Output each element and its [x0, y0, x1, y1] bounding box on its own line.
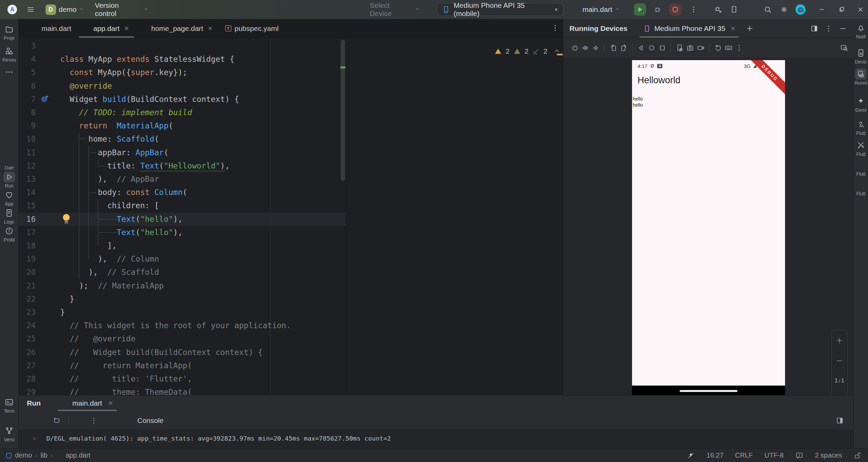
line-number[interactable]: 29	[19, 386, 36, 395]
stripe-item-running-devices[interactable]: Runni	[854, 69, 868, 86]
line-number[interactable]: 5	[19, 66, 36, 79]
phone-display[interactable]: 4:17 A 3G DEBUG Helloworld hello hello	[632, 60, 785, 386]
stripe-item-resource-manager[interactable]: Resou	[0, 46, 18, 63]
line-number[interactable]: 8	[19, 106, 36, 119]
breadcrumb-item[interactable]: lib	[40, 451, 47, 459]
debug-button[interactable]	[653, 5, 662, 14]
line-number[interactable]: 12	[19, 159, 36, 173]
window-maximize-button[interactable]	[834, 2, 849, 17]
device-dev-set-button[interactable]	[676, 44, 684, 52]
line-separator[interactable]: CRLF	[735, 451, 753, 459]
intention-bulb-icon[interactable]	[62, 214, 70, 224]
file-writable-icon[interactable]	[854, 451, 862, 460]
device-record-button[interactable]	[697, 44, 705, 52]
run-more-actions-icon[interactable]	[690, 5, 698, 14]
device-zoom-mode-icon[interactable]	[840, 44, 848, 52]
line-number[interactable]: 11	[19, 146, 36, 159]
line-number[interactable]: 16	[19, 213, 36, 226]
editor-tab-home_page.dart[interactable]: home_page.dart✕	[135, 19, 219, 38]
line-number[interactable]: 13	[19, 173, 36, 186]
device-more-v-button[interactable]	[735, 44, 743, 52]
close-device-tab-icon[interactable]: ✕	[730, 25, 735, 32]
device-power-button[interactable]	[571, 44, 579, 52]
editor-tab-pubspec.yaml[interactable]: Ypubspec.yaml	[219, 19, 285, 38]
project-widget[interactable]: D demo	[46, 4, 85, 15]
stripe-item-logcat[interactable]: Logc	[0, 208, 18, 225]
line-number[interactable]: 7	[19, 93, 36, 106]
device-selector[interactable]: Medium Phone API 35 (mobile) ▼	[437, 3, 563, 16]
line-number[interactable]: 24	[19, 319, 36, 332]
add-device-icon[interactable]	[746, 24, 754, 33]
line-number[interactable]: 21	[19, 279, 36, 292]
error-stripe-mark-green[interactable]	[340, 67, 345, 68]
stripe-item-device-manager[interactable]: Devic	[854, 48, 868, 65]
stripe-item-flutter-outline[interactable]: Flutt	[854, 140, 868, 157]
run-tab[interactable]: main.dart ✕	[57, 395, 118, 411]
main-menu-icon[interactable]	[27, 5, 35, 14]
device-screen[interactable]: 4:17 A 3G DEBUG Helloworld hello hello	[632, 60, 785, 395]
line-number[interactable]: 3	[19, 39, 36, 53]
inspections-widget[interactable]: 2 2 2	[494, 46, 563, 57]
panel-layout-icon[interactable]	[810, 24, 818, 33]
window-close-button[interactable]	[853, 2, 868, 17]
avatar[interactable]	[796, 4, 806, 15]
line-number[interactable]: 17	[19, 226, 36, 239]
hot-restart-button[interactable]	[53, 416, 61, 425]
ai-assistant-disabled-icon[interactable]	[687, 451, 695, 460]
stripe-item-flutter-inspector[interactable]: Flutt	[854, 179, 868, 196]
inspections-status-icon[interactable]	[795, 451, 803, 460]
line-number[interactable]: 20	[19, 266, 36, 279]
stripe-item-dart-analysis[interactable]: Dart	[0, 154, 18, 171]
attach-debugger-icon[interactable]	[714, 5, 722, 14]
stripe-item-gemini[interactable]: Gemi	[854, 96, 868, 113]
vcs-widget[interactable]: Version control	[95, 1, 149, 18]
code-editor[interactable]: 3456789101112131415161718192021222324252…	[19, 38, 563, 395]
line-number[interactable]: 9	[19, 119, 36, 132]
line-number[interactable]: 19	[19, 252, 36, 266]
hot-reload-icon[interactable]	[747, 5, 755, 14]
file-encoding[interactable]: UTF-8	[764, 451, 784, 459]
stripe-item-flutter-attach[interactable]: Flutt	[854, 119, 868, 136]
zoom-reset-button[interactable]: 1:1	[835, 377, 845, 384]
stripe-item-problems[interactable]: Probl	[0, 226, 18, 243]
prev-problem-icon[interactable]	[554, 47, 562, 55]
run-config-selector[interactable]: main.dart	[572, 5, 620, 14]
line-number[interactable]: 25	[19, 332, 36, 345]
device-tab[interactable]: Medium Phone API 35 ✕	[640, 19, 739, 38]
settings-icon[interactable]	[780, 5, 788, 14]
device-home-c-button[interactable]	[648, 44, 656, 52]
zoom-in-button[interactable]	[835, 336, 844, 344]
hide-panel-icon[interactable]	[839, 24, 847, 33]
editor-scrollbar[interactable]	[341, 40, 345, 181]
indent-setting[interactable]: 2 spaces	[815, 451, 842, 459]
line-number[interactable]: 10	[19, 132, 36, 146]
device-back-button[interactable]	[637, 44, 645, 52]
run-button[interactable]	[634, 3, 646, 16]
flutter-device-icon[interactable]	[730, 5, 738, 14]
stripe-item-run[interactable]: Run	[0, 172, 18, 189]
console-fold-chevron[interactable]: >	[32, 435, 36, 442]
close-run-tab-icon[interactable]: ✕	[108, 399, 113, 407]
device-camera-button[interactable]	[686, 44, 694, 52]
close-tab-icon[interactable]: ✕	[208, 25, 213, 32]
window-minimize-button[interactable]	[814, 2, 829, 17]
panel-options-icon[interactable]	[824, 24, 833, 33]
device-rot-l-button[interactable]	[609, 44, 617, 52]
gesture-pill[interactable]	[680, 390, 737, 392]
breadcrumb-item[interactable]: app.dart	[66, 451, 90, 459]
stop-button[interactable]	[669, 3, 681, 16]
stripe-item-app-quality-insights[interactable]: App	[0, 190, 18, 207]
line-number[interactable]: 27	[19, 359, 36, 372]
device-vol-up-button[interactable]	[581, 44, 590, 52]
stripe-item-project[interactable]: Proje	[0, 24, 18, 41]
stripe-item-notifications[interactable]: Notif	[854, 22, 868, 39]
console-tab[interactable]: Console	[137, 416, 164, 425]
override-method-gutter-icon[interactable]	[40, 94, 49, 103]
console-output[interactable]: > D/EGL_emulation( 4625): app_time_stats…	[32, 435, 391, 442]
stripe-item-version-control[interactable]: Versi	[0, 425, 18, 442]
device-restart-button[interactable]	[714, 44, 722, 52]
caret-position[interactable]: 16:27	[707, 451, 724, 459]
stripe-item-flutter-performance[interactable]: Flutt	[854, 160, 868, 177]
line-number[interactable]: 28	[19, 372, 36, 386]
breadcrumb-item[interactable]: demo	[15, 451, 32, 459]
